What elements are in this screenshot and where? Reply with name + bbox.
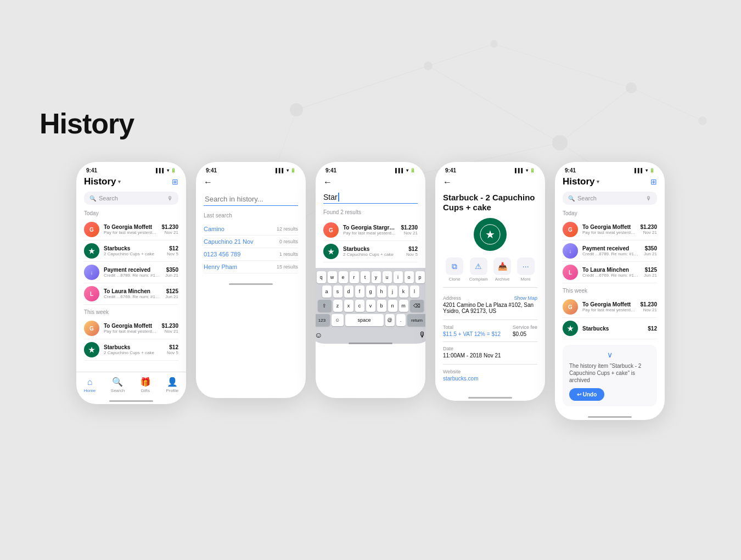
- list-item[interactable]: ↓ Payment received Credit ...8789. Re nu…: [84, 262, 178, 283]
- key-z[interactable]: z: [333, 300, 343, 312]
- key-q[interactable]: q: [317, 271, 326, 283]
- back-button-3[interactable]: ←: [323, 176, 418, 188]
- archive-button[interactable]: 📥 Archive: [493, 257, 511, 282]
- key-r[interactable]: r: [350, 271, 359, 283]
- key-i[interactable]: i: [394, 271, 403, 283]
- item-title: Starbucks: [104, 344, 162, 350]
- time-4: 9:41: [445, 167, 456, 173]
- toast-expand-icon[interactable]: ∨: [569, 350, 650, 359]
- key-a[interactable]: a: [322, 285, 332, 298]
- item-price: $1.230: [161, 323, 178, 329]
- filter-icon[interactable]: ⊞: [172, 177, 178, 186]
- nav-gifts[interactable]: 🎁 Gifts: [140, 377, 151, 393]
- key-y[interactable]: y: [372, 271, 381, 283]
- avatar: G: [84, 222, 99, 237]
- starbucks-logo: ★: [474, 218, 507, 251]
- list-item[interactable]: L To Laura Minchen Credit ...6769. Re nu…: [84, 283, 178, 305]
- total-row: Total $11.5 + VAT 12% = $12 Service fee …: [443, 324, 537, 337]
- found-results-label: Found 2 results: [323, 209, 418, 215]
- list-item[interactable]: ↓ Payment received Credit ...8789. Re nu…: [563, 240, 657, 262]
- divider: [443, 364, 537, 365]
- status-bar-5: 9:41 ▌▌▌ ▾ 🔋: [555, 162, 665, 176]
- mic-keyboard-icon: 🎙: [419, 331, 425, 339]
- nav-home[interactable]: ⌂ Home: [84, 377, 96, 393]
- key-at[interactable]: @: [385, 314, 395, 326]
- keyboard: q w e r t y u i o p a s d f g h j k l: [316, 268, 425, 344]
- list-item[interactable]: Henry Pham 15 results: [204, 261, 298, 273]
- key-x[interactable]: x: [344, 300, 353, 312]
- back-button-2[interactable]: ←: [204, 176, 298, 188]
- key-s[interactable]: s: [333, 285, 343, 298]
- list-item[interactable]: G To Georgia Stargram Pay for last meal …: [323, 220, 418, 241]
- search-icon-1: 🔍: [89, 195, 96, 201]
- key-backspace-icon[interactable]: ⌫: [410, 300, 424, 312]
- nav-search[interactable]: 🔍 Search: [111, 377, 125, 393]
- keyboard-row-1: q w e r t y u i o p: [316, 271, 425, 283]
- key-k[interactable]: k: [399, 285, 408, 298]
- filter-icon-5[interactable]: ⊞: [650, 177, 657, 186]
- phone-5: 9:41 ▌▌▌ ▾ 🔋 History ▾ ⊞ 🔍 Search 🎙 Toda…: [555, 162, 665, 420]
- list-item[interactable]: G To Georgia Moffett Pay for last meal y…: [563, 219, 657, 240]
- list-item[interactable]: G To Georgia Moffett Pay for last meal y…: [84, 219, 178, 240]
- key-p[interactable]: p: [416, 271, 425, 283]
- website-value[interactable]: starbucks.com: [443, 376, 537, 382]
- key-t[interactable]: t: [361, 271, 370, 283]
- list-item[interactable]: ★ Starbucks $12: [563, 318, 657, 339]
- list-item[interactable]: ★ Starbucks 2 Capuchino Cups + cake $12 …: [323, 241, 418, 262]
- key-l[interactable]: l: [410, 285, 419, 298]
- section-today-1: Today: [84, 210, 178, 216]
- key-f[interactable]: f: [355, 285, 364, 298]
- avatar: G: [84, 321, 99, 336]
- screen5-header: History ▾ ⊞: [563, 176, 657, 187]
- key-m[interactable]: m: [399, 300, 408, 312]
- list-item[interactable]: Camino 12 results: [204, 223, 298, 236]
- key-n[interactable]: n: [388, 300, 397, 312]
- key-emoji-icon[interactable]: ☺: [332, 314, 344, 326]
- more-button[interactable]: ··· More: [517, 257, 535, 282]
- item-subtitle: Pay for last meal yesterday...: [104, 329, 157, 334]
- key-v[interactable]: v: [366, 300, 375, 312]
- list-item[interactable]: G To Georgia Moffett Pay for last meal y…: [563, 296, 657, 318]
- key-h[interactable]: h: [377, 285, 386, 298]
- key-o[interactable]: o: [405, 271, 414, 283]
- key-shift[interactable]: ⇧: [318, 300, 332, 312]
- show-map-link[interactable]: Show Map: [514, 295, 537, 301]
- key-c[interactable]: c: [355, 300, 364, 312]
- keyboard-row-4: 123 ☺ space @ . return: [316, 314, 425, 326]
- undo-button[interactable]: ↩ Undo: [569, 388, 604, 401]
- key-space[interactable]: space: [345, 314, 384, 326]
- status-icons-1: ▌▌▌ ▾ 🔋: [156, 168, 176, 173]
- key-123[interactable]: 123: [316, 314, 330, 326]
- search-value-3: Star: [323, 193, 338, 201]
- list-item[interactable]: G To Georgia Moffett Pay for last meal y…: [84, 318, 178, 339]
- key-period[interactable]: .: [396, 314, 406, 326]
- emoji-icon: ☺: [316, 331, 322, 339]
- search-bar-5[interactable]: 🔍 Search 🎙: [563, 192, 657, 205]
- key-d[interactable]: d: [344, 285, 353, 298]
- item-price: $12: [406, 246, 418, 252]
- search-bar-1[interactable]: 🔍 Search 🎙: [84, 192, 178, 205]
- action-buttons: ⧉ Clone ⚠ Complain 📥 Archive ··· More: [443, 257, 537, 288]
- list-item[interactable]: ★ Starbucks 2 Capuchino Cups + cake $12 …: [84, 339, 178, 361]
- item-subtitle: Credit ...8789. Re num: #11223...: [104, 273, 161, 278]
- list-item[interactable]: ★ Starbucks 2 Capuchino Cups + cake $12 …: [84, 240, 178, 262]
- list-item[interactable]: L To Laura Minchen Credit ...6769. Re nu…: [563, 262, 657, 283]
- nav-profile[interactable]: 👤 Profile: [166, 377, 178, 393]
- search-input-2[interactable]: [204, 193, 298, 206]
- item-title: To Georgia Moffett: [104, 323, 157, 329]
- key-return[interactable]: return: [407, 314, 426, 326]
- key-j[interactable]: j: [388, 285, 397, 298]
- key-b[interactable]: b: [377, 300, 386, 312]
- search-term: Capuchino 21 Nov: [204, 238, 254, 245]
- item-subtitle: Credit ...8789. Re num: #11223...: [582, 251, 639, 256]
- complain-button[interactable]: ⚠ Complain: [469, 257, 488, 282]
- key-g[interactable]: g: [366, 285, 375, 298]
- avatar: L: [84, 286, 99, 301]
- key-u[interactable]: u: [383, 271, 392, 283]
- list-item[interactable]: Capuchino 21 Nov 0 results: [204, 236, 298, 248]
- key-w[interactable]: w: [328, 271, 337, 283]
- clone-button[interactable]: ⧉ Clone: [446, 257, 463, 282]
- back-button-4[interactable]: ←: [443, 176, 537, 188]
- key-e[interactable]: e: [339, 271, 348, 283]
- list-item[interactable]: 0123 456 789 1 results: [204, 248, 298, 261]
